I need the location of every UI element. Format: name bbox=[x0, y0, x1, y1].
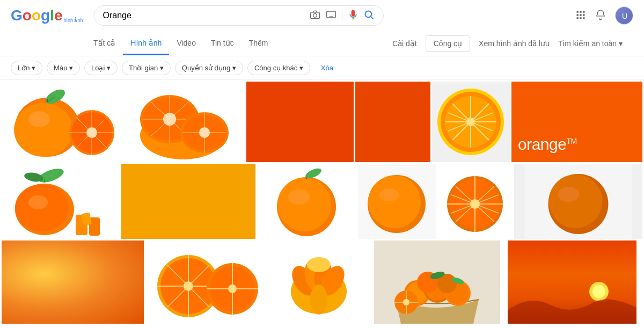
svg-rect-12 bbox=[583, 14, 584, 16]
image-row-3 bbox=[0, 239, 644, 324]
nav-tabs-group: Tất cả Hình ảnh Video Tin tức Thêm bbox=[86, 32, 275, 55]
header: Google hình ảnh Orange U bbox=[0, 0, 644, 31]
svg-point-68 bbox=[288, 189, 310, 205]
svg-point-74 bbox=[379, 188, 399, 201]
filter-more-tools[interactable]: Công cụ khác ▾ bbox=[247, 61, 310, 75]
svg-point-101 bbox=[228, 285, 237, 293]
svg-point-96 bbox=[184, 281, 193, 291]
list-item[interactable] bbox=[265, 240, 372, 324]
svg-point-84 bbox=[470, 199, 480, 209]
list-item[interactable] bbox=[2, 164, 120, 239]
svg-point-87 bbox=[549, 174, 603, 228]
brand-text: orangeTM bbox=[518, 135, 577, 154]
nav-links-right: Cài đặt Công cụ Xem hình ảnh đã lưu Tìm … bbox=[392, 31, 633, 56]
svg-point-29 bbox=[86, 127, 97, 138]
filter-type[interactable]: Loại ▾ bbox=[84, 61, 118, 75]
list-item[interactable] bbox=[246, 82, 354, 162]
search-submit-btn[interactable] bbox=[364, 10, 375, 22]
logo-l: l bbox=[50, 8, 54, 23]
nav-container: Tất cả Hình ảnh Video Tin tức Thêm Cài đ… bbox=[0, 31, 644, 56]
tab-video[interactable]: Video bbox=[169, 32, 203, 55]
logo-subtitle: hình ảnh bbox=[63, 18, 83, 23]
svg-point-18 bbox=[14, 103, 73, 157]
logo-o1: o bbox=[23, 8, 32, 23]
logo: Google hình ảnh bbox=[11, 8, 83, 23]
tab-news[interactable]: Tin tức bbox=[203, 32, 241, 55]
list-item[interactable] bbox=[145, 240, 264, 324]
list-item[interactable] bbox=[355, 82, 430, 162]
list-item[interactable] bbox=[2, 82, 120, 162]
tab-all[interactable]: Tất cả bbox=[86, 32, 123, 55]
header-right: U bbox=[575, 6, 633, 25]
list-item[interactable] bbox=[437, 164, 513, 239]
svg-point-124 bbox=[403, 299, 409, 305]
svg-rect-0 bbox=[310, 12, 319, 19]
settings-link[interactable]: Cài đặt bbox=[392, 39, 417, 48]
list-item[interactable] bbox=[358, 164, 436, 239]
list-item[interactable] bbox=[514, 164, 642, 239]
filter-row: Lớn ▾ Màu ▾ Loại ▾ Thời gian ▾ Quyền sử … bbox=[0, 56, 644, 80]
tab-images[interactable]: Hình ảnh bbox=[123, 32, 169, 55]
image-row-2 bbox=[0, 162, 644, 239]
svg-rect-11 bbox=[580, 14, 581, 16]
filter-time[interactable]: Thời gian ▾ bbox=[122, 61, 171, 75]
tab-more[interactable]: Thêm bbox=[241, 32, 276, 55]
svg-rect-14 bbox=[580, 17, 581, 19]
svg-point-127 bbox=[592, 285, 605, 298]
svg-point-43 bbox=[199, 127, 210, 138]
svg-point-54 bbox=[466, 118, 475, 126]
svg-line-6 bbox=[370, 16, 373, 19]
svg-point-109 bbox=[307, 257, 331, 272]
svg-point-88 bbox=[558, 187, 580, 202]
filter-clear[interactable]: Xóa bbox=[314, 61, 340, 75]
safe-search-link[interactable]: Tìm kiếm an toàn ▾ bbox=[558, 39, 623, 48]
svg-rect-13 bbox=[577, 17, 579, 19]
filter-rights[interactable]: Quyền sử dụng ▾ bbox=[175, 61, 243, 75]
list-item[interactable] bbox=[121, 82, 245, 162]
svg-point-108 bbox=[310, 285, 327, 315]
list-item[interactable] bbox=[432, 82, 510, 162]
search-input[interactable]: Orange bbox=[103, 11, 304, 20]
svg-point-73 bbox=[368, 176, 421, 228]
svg-point-19 bbox=[28, 111, 50, 127]
svg-rect-7 bbox=[577, 11, 579, 12]
saved-images-link[interactable]: Xem hình ảnh đã lưu bbox=[479, 39, 550, 48]
list-item[interactable] bbox=[502, 240, 642, 324]
filter-color[interactable]: Màu ▾ bbox=[47, 61, 80, 75]
list-item[interactable] bbox=[2, 240, 144, 324]
svg-point-38 bbox=[163, 113, 176, 126]
list-item[interactable] bbox=[121, 164, 255, 239]
svg-rect-15 bbox=[583, 17, 584, 19]
keyboard-icon-btn[interactable] bbox=[326, 9, 336, 22]
svg-point-67 bbox=[277, 178, 331, 231]
camera-icon-btn[interactable] bbox=[310, 9, 320, 22]
filter-size[interactable]: Lớn ▾ bbox=[11, 61, 42, 75]
divider bbox=[342, 10, 342, 21]
logo-o2: o bbox=[32, 8, 41, 23]
mic-icon-btn[interactable] bbox=[348, 10, 358, 22]
list-item[interactable] bbox=[257, 164, 356, 239]
logo-g2: g bbox=[41, 8, 50, 23]
grid-apps-icon[interactable] bbox=[575, 10, 586, 22]
notification-bell-icon[interactable] bbox=[595, 9, 606, 23]
list-item[interactable] bbox=[374, 240, 500, 324]
svg-point-1 bbox=[313, 13, 317, 17]
tools-button[interactable]: Công cụ bbox=[426, 35, 470, 52]
logo-g: G bbox=[11, 8, 23, 23]
list-item[interactable]: orangeTM bbox=[511, 82, 642, 162]
svg-point-61 bbox=[28, 195, 48, 209]
svg-rect-10 bbox=[577, 14, 579, 16]
image-row-1: orangeTM bbox=[0, 80, 644, 162]
avatar[interactable]: U bbox=[615, 6, 633, 25]
svg-rect-9 bbox=[583, 11, 584, 12]
logo-e: e bbox=[54, 8, 63, 23]
svg-point-5 bbox=[365, 11, 371, 17]
search-bar: Orange bbox=[94, 5, 384, 26]
svg-rect-8 bbox=[580, 11, 581, 12]
